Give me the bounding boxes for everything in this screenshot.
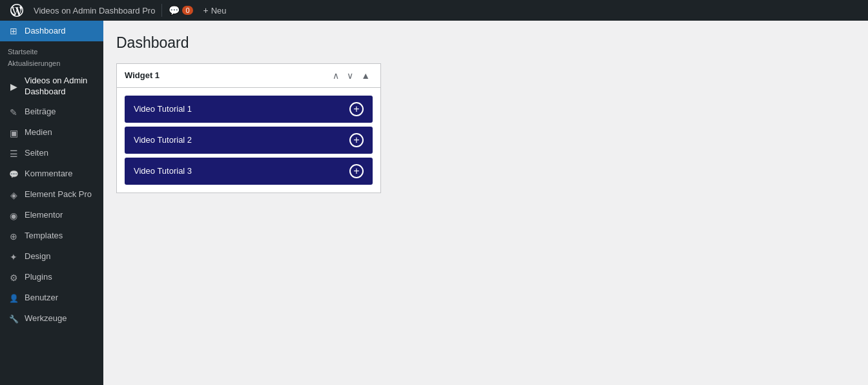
- video-item-3[interactable]: Video Tutorial 3 +: [125, 158, 373, 185]
- video-item-3-expand-button[interactable]: +: [349, 164, 364, 178]
- plus-icon-1: +: [353, 104, 359, 114]
- page-title: Dashboard: [116, 34, 855, 53]
- startseite-label: Startseite: [0, 45, 103, 58]
- sidebar-item-seiten-label: Seiten: [25, 148, 96, 159]
- sidebar-item-benutzer-label: Benutzer: [25, 293, 96, 304]
- sidebar-item-beitraege-label: Beiträge: [25, 107, 96, 118]
- comments-badge: 0: [182, 6, 192, 15]
- video-item-2[interactable]: Video Tutorial 2 +: [125, 127, 373, 154]
- admin-menu: Dashboard Startseite Aktualisierungen Vi…: [0, 21, 103, 385]
- tools-icon: [8, 313, 19, 325]
- sidebar-item-elementor-label: Elementor: [25, 210, 96, 221]
- sidebar-item-seiten[interactable]: Seiten: [0, 143, 103, 164]
- plus-icon-3: +: [353, 166, 359, 176]
- site-name-label: Videos on Admin Dashboard Pro: [34, 6, 155, 16]
- sidebar-item-templates[interactable]: Templates: [0, 226, 103, 247]
- widget-body: Video Tutorial 1 + Video Tutorial 2 + Vi…: [117, 88, 380, 192]
- chevron-down-icon: ∨: [347, 70, 353, 81]
- plus-icon-2: +: [353, 135, 359, 145]
- sidebar-item-element-pack[interactable]: Element Pack Pro: [0, 185, 103, 205]
- sidebar-item-medien-label: Medien: [25, 127, 96, 138]
- adminbar-separator-1: [161, 4, 162, 17]
- main-content: Dashboard Widget 1 ∧ ∨ ▲ V: [103, 21, 868, 385]
- plus-icon: +: [203, 5, 209, 16]
- elementpack-icon: [8, 189, 19, 201]
- widget-controls: ∧ ∨ ▲: [330, 69, 373, 82]
- sidebar-item-element-pack-label: Element Pack Pro: [25, 189, 96, 200]
- admin-bar: Videos on Admin Dashboard Pro 💬 0 + Neu: [0, 0, 868, 21]
- video-item-1-label: Video Tutorial 1: [134, 104, 192, 114]
- pages-icon: [8, 148, 19, 160]
- dashboard-icon: [8, 25, 19, 37]
- widget-header: Widget 1 ∧ ∨ ▲: [117, 64, 380, 88]
- video-icon: [8, 81, 19, 92]
- sidebar-item-werkzeuge-label: Werkzeuge: [25, 313, 96, 324]
- sidebar-item-dashboard[interactable]: Dashboard: [0, 21, 103, 41]
- sidebar-item-elementor[interactable]: Elementor: [0, 205, 103, 226]
- widget-box: Widget 1 ∧ ∨ ▲ Video Tutorial 1: [116, 63, 381, 193]
- comments-icon: [8, 169, 19, 180]
- aktualisierungen-label: Aktualisierungen: [0, 58, 103, 70]
- sidebar-item-werkzeuge[interactable]: Werkzeuge: [0, 309, 103, 329]
- menu-separator-startseite: Startseite Aktualisierungen: [0, 41, 103, 71]
- wp-logo-button[interactable]: [5, 0, 28, 21]
- sidebar-item-medien[interactable]: Medien: [0, 123, 103, 143]
- widget-expand-button[interactable]: ▲: [358, 69, 373, 82]
- sidebar-item-templates-label: Templates: [25, 231, 96, 242]
- chevron-up-icon: ∧: [333, 70, 339, 81]
- media-icon: [8, 127, 19, 139]
- sidebar-item-kommentare-label: Kommentare: [25, 169, 96, 180]
- sidebar-item-videos-on-admin[interactable]: Videos on Admin Dashboard: [0, 71, 103, 102]
- sidebar-item-design[interactable]: Design: [0, 247, 103, 267]
- sidebar-item-beitraege[interactable]: Beiträge: [0, 102, 103, 123]
- new-label: Neu: [211, 6, 227, 16]
- site-name-button[interactable]: Videos on Admin Dashboard Pro: [28, 0, 160, 21]
- elementor-icon: [8, 210, 19, 222]
- sidebar-item-videos-label: Videos on Admin Dashboard: [25, 76, 96, 98]
- comments-button[interactable]: 💬 0: [163, 0, 198, 21]
- sidebar-item-benutzer[interactable]: Benutzer: [0, 288, 103, 309]
- expand-icon: ▲: [361, 70, 370, 81]
- posts-icon: [8, 107, 19, 118]
- comment-icon: 💬: [169, 5, 180, 16]
- aktualisierungen-text: Aktualisierungen: [8, 59, 60, 67]
- plugins-icon: [8, 272, 19, 284]
- sidebar-item-design-label: Design: [25, 251, 96, 262]
- widget-title: Widget 1: [125, 70, 160, 80]
- design-icon: [8, 251, 19, 263]
- users-icon: [8, 293, 19, 304]
- new-content-button[interactable]: + Neu: [198, 0, 232, 21]
- sidebar-item-kommentare[interactable]: Kommentare: [0, 164, 103, 185]
- video-item-3-label: Video Tutorial 3: [134, 166, 192, 176]
- video-item-2-label: Video Tutorial 2: [134, 135, 192, 145]
- widget-collapse-down-button[interactable]: ∨: [344, 69, 356, 82]
- startseite-text: Startseite: [8, 48, 37, 56]
- video-item-1-expand-button[interactable]: +: [349, 102, 364, 116]
- main-layout: Dashboard Startseite Aktualisierungen Vi…: [0, 21, 868, 385]
- sidebar-item-plugins[interactable]: Plugins: [0, 267, 103, 288]
- templates-icon: [8, 231, 19, 242]
- video-item-1[interactable]: Video Tutorial 1 +: [125, 96, 373, 123]
- sidebar-item-dashboard-label: Dashboard: [25, 26, 96, 37]
- sidebar-item-plugins-label: Plugins: [25, 272, 96, 283]
- video-item-2-expand-button[interactable]: +: [349, 133, 364, 147]
- widget-collapse-up-button[interactable]: ∧: [330, 69, 342, 82]
